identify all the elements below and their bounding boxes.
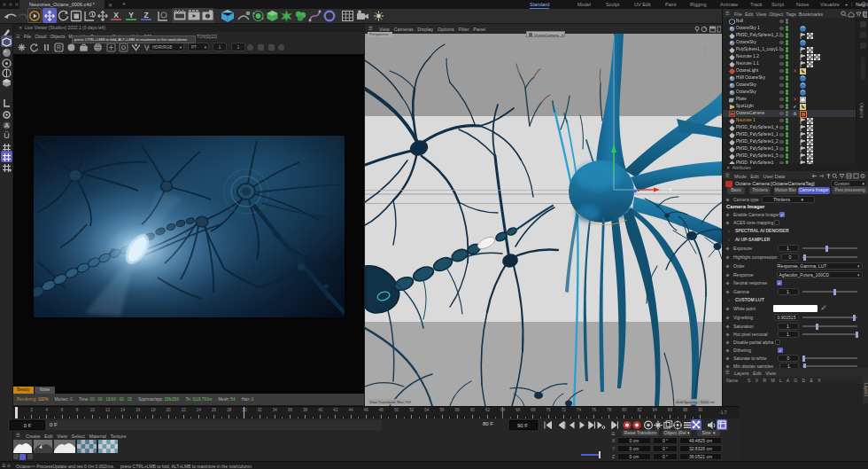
- svg-text:Ü: Ü: [4, 131, 10, 140]
- svg-text:R: R: [57, 44, 61, 51]
- svg-text:Grid Spacing : 5000 cm: Grid Spacing : 5000 cm: [676, 400, 715, 404]
- svg-text:A: A: [4, 122, 9, 129]
- svg-text:View Transform: Rec.709: View Transform: Rec.709: [369, 400, 412, 404]
